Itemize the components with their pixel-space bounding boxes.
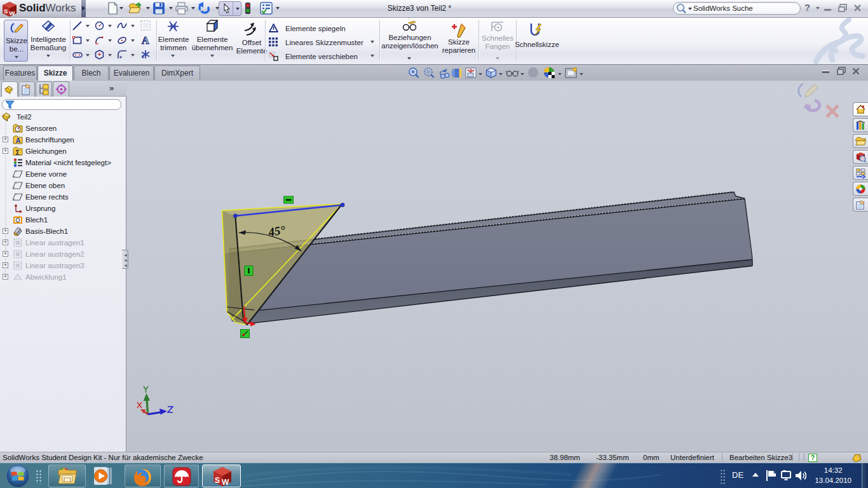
svg-text:45°: 45° [267, 223, 287, 239]
svg-text:Σ: Σ [16, 149, 20, 156]
svg-text:W: W [222, 478, 229, 487]
svg-text:A: A [142, 35, 149, 45]
svg-text:A: A [16, 137, 21, 144]
svg-text:S: S [4, 8, 8, 15]
svg-text:S: S [215, 476, 220, 485]
svg-text:W: W [10, 10, 15, 17]
